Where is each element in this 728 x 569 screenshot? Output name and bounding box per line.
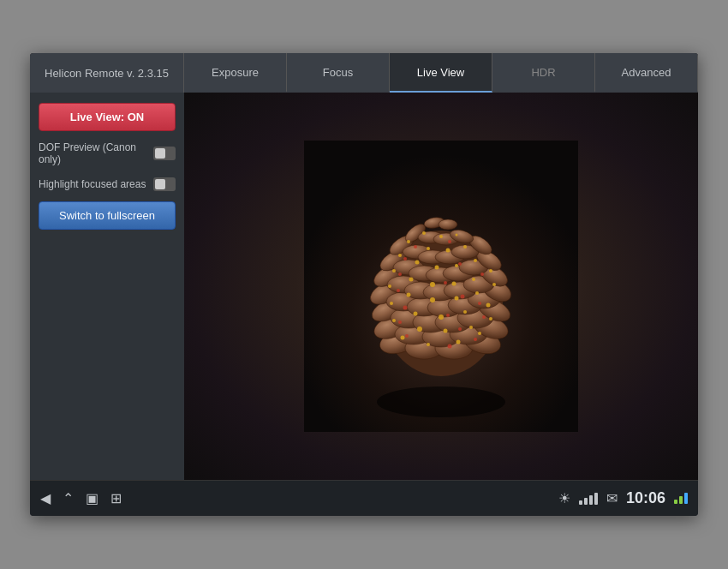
signal-icon	[579, 493, 598, 505]
status-right: ☀ ✉ 10:06	[558, 489, 688, 507]
svg-point-98	[478, 302, 481, 305]
svg-point-78	[398, 254, 402, 257]
main-content: Live View: ON DOF Preview (Canon only) H…	[30, 93, 698, 480]
svg-point-91	[448, 344, 452, 349]
svg-point-84	[427, 247, 430, 250]
svg-point-77	[489, 269, 492, 273]
svg-point-106	[414, 245, 417, 249]
svg-point-74	[430, 282, 435, 287]
svg-point-101	[398, 273, 402, 276]
svg-point-76	[472, 278, 475, 281]
svg-point-96	[403, 306, 408, 310]
svg-point-63	[439, 314, 444, 320]
svg-point-68	[430, 297, 435, 302]
svg-point-72	[392, 269, 396, 273]
svg-point-2	[377, 386, 505, 417]
signal-bar-1	[579, 500, 582, 505]
signal-bar-2	[584, 498, 588, 505]
svg-point-93	[398, 320, 402, 324]
signal-bar-4	[594, 493, 598, 505]
svg-point-94	[458, 327, 462, 331]
tab-hdr[interactable]: HDR	[492, 53, 595, 93]
svg-point-89	[456, 234, 458, 237]
dof-preview-label: DOF Preview (Canon only)	[39, 141, 153, 165]
svg-point-103	[480, 273, 484, 276]
svg-point-54	[456, 340, 461, 344]
clock: 10:06	[626, 489, 665, 507]
app-title-text: Helicon Remote v. 2.3.15	[45, 67, 169, 80]
home-icon[interactable]: ⌃	[63, 490, 74, 506]
svg-point-60	[489, 317, 492, 320]
pine-cone-image	[304, 141, 578, 432]
svg-point-92	[474, 338, 477, 341]
battery-wifi-icon	[674, 493, 688, 504]
svg-point-95	[482, 315, 486, 319]
tab-exposure[interactable]: Exposure	[184, 53, 287, 93]
svg-point-53	[427, 343, 430, 346]
highlight-focused-row: Highlight focused areas	[39, 176, 176, 193]
fullscreen-button[interactable]: Switch to fullscreen	[39, 201, 176, 230]
svg-point-58	[444, 329, 448, 333]
svg-point-82	[474, 259, 477, 262]
svg-point-61	[390, 302, 393, 305]
app-title: Helicon Remote v. 2.3.15	[30, 53, 184, 93]
svg-point-56	[392, 319, 396, 322]
highlight-focused-toggle[interactable]	[153, 177, 176, 191]
device-frame: Helicon Remote v. 2.3.15 Exposure Focus …	[30, 53, 698, 516]
svg-point-79	[415, 261, 420, 265]
svg-point-107	[448, 240, 451, 243]
svg-point-86	[463, 245, 467, 249]
signal-bar-3	[589, 495, 593, 505]
svg-point-97	[446, 314, 450, 317]
dof-preview-toggle[interactable]	[153, 147, 176, 160]
svg-point-66	[388, 284, 391, 288]
svg-point-90	[405, 334, 409, 338]
svg-point-102	[444, 281, 447, 284]
camera-preview	[184, 93, 698, 480]
svg-point-104	[403, 257, 407, 261]
svg-point-88	[439, 235, 443, 238]
wifi-bar-2	[679, 496, 683, 504]
svg-point-69	[455, 296, 459, 301]
camera-view	[184, 93, 698, 480]
svg-point-51	[439, 219, 457, 230]
svg-point-67	[407, 293, 411, 297]
svg-point-75	[452, 282, 456, 286]
svg-point-85	[446, 249, 451, 253]
svg-point-52	[401, 336, 405, 340]
svg-point-73	[409, 278, 414, 282]
svg-point-99	[397, 289, 400, 292]
svg-point-64	[463, 310, 467, 314]
back-icon[interactable]: ◀	[40, 490, 51, 506]
svg-point-100	[461, 295, 465, 299]
svg-point-81	[455, 264, 458, 267]
status-bar: ◀ ⌃ ▣ ⊞ ☀ ✉ 10:06	[30, 480, 698, 516]
nav-buttons: ◀ ⌃ ▣ ⊞	[40, 490, 122, 506]
tab-liveview[interactable]: Live View	[390, 53, 492, 93]
live-view-button[interactable]: Live View: ON	[39, 103, 176, 131]
tab-bar: Helicon Remote v. 2.3.15 Exposure Focus …	[30, 53, 698, 93]
camera-icon: ☀	[558, 490, 570, 506]
tab-focus[interactable]: Focus	[287, 53, 390, 93]
svg-point-55	[478, 332, 481, 335]
sidebar: Live View: ON DOF Preview (Canon only) H…	[30, 93, 184, 480]
svg-point-59	[469, 326, 473, 329]
recent-icon[interactable]: ▣	[86, 490, 98, 506]
svg-point-80	[435, 266, 439, 270]
highlight-focused-label: Highlight focused areas	[39, 178, 146, 190]
tab-advanced[interactable]: Advanced	[595, 53, 698, 93]
grid-icon[interactable]: ⊞	[110, 490, 122, 506]
wifi-bar-1	[674, 500, 677, 504]
svg-point-83	[407, 240, 410, 243]
svg-point-70	[475, 291, 479, 295]
svg-point-62	[414, 312, 418, 316]
svg-point-71	[492, 283, 496, 286]
svg-point-57	[417, 326, 422, 332]
email-icon: ✉	[606, 490, 618, 506]
svg-point-87	[422, 231, 426, 235]
svg-point-65	[486, 303, 491, 308]
svg-point-105	[458, 262, 462, 266]
dof-preview-row: DOF Preview (Canon only)	[39, 140, 176, 167]
tabs-container: Exposure Focus Live View HDR Advanced	[184, 53, 698, 93]
wifi-bar-3	[684, 493, 688, 504]
